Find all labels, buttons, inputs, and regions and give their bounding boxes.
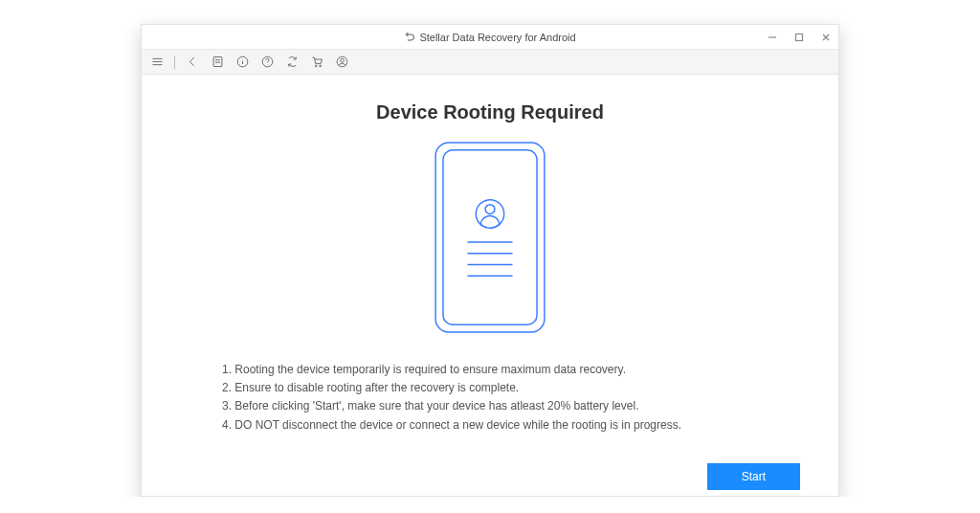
app-title-text: Stellar Data Recovery for Android [419,32,575,43]
svg-point-18 [340,58,344,62]
page-title: Device Rooting Required [167,101,813,123]
svg-rect-7 [213,57,222,67]
phone-illustration [434,141,546,334]
refresh-icon[interactable] [284,55,300,70]
app-window: Stellar Data Recovery for Android [141,24,839,497]
svg-rect-1 [796,33,803,40]
start-button[interactable]: Start [707,463,800,490]
instructions-list: 1. Rooting the device temporarily is req… [222,361,758,435]
log-icon[interactable] [210,55,225,70]
titlebar-title: Stellar Data Recovery for Android [404,32,575,43]
svg-rect-19 [435,143,545,332]
toolbar [142,50,838,75]
instruction-item: 2. Ensure to disable rooting after the r… [222,379,758,397]
svg-point-22 [485,205,495,214]
close-button[interactable] [819,31,833,44]
undo-icon [404,32,415,43]
titlebar: Stellar Data Recovery for Android [142,25,838,50]
window-controls [766,25,833,49]
svg-point-15 [315,65,317,67]
button-row: Start [142,444,838,496]
user-icon[interactable] [334,55,349,70]
back-icon[interactable] [185,55,200,70]
svg-point-12 [242,59,243,60]
minimize-button[interactable] [766,31,779,44]
cart-icon[interactable] [309,55,324,70]
main-content: Device Rooting Required [142,75,838,444]
menu-icon[interactable] [149,55,165,70]
help-icon[interactable] [259,55,275,70]
svg-point-14 [267,64,268,65]
info-icon[interactable] [234,55,250,70]
instruction-item: 4. DO NOT disconnect the device or conne… [222,416,758,435]
instruction-item: 1. Rooting the device temporarily is req… [222,361,758,379]
toolbar-separator [174,56,175,69]
maximize-button[interactable] [792,31,806,44]
svg-point-16 [319,65,321,67]
phone-illustration-container [167,141,813,334]
svg-rect-20 [443,150,537,324]
instruction-item: 3. Before clicking 'Start', make sure th… [222,397,758,415]
